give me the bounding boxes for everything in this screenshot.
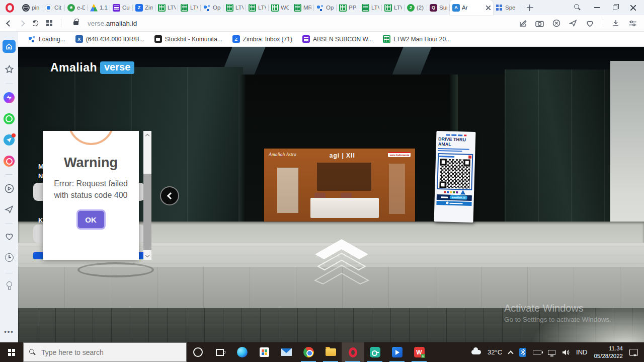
back-icon[interactable] [6,20,13,27]
browser-tab[interactable]: 1.1 [88,0,110,15]
browser-tab[interactable]: PP- [337,0,359,15]
taskbar-mail[interactable] [275,342,297,362]
tray-chevron-up-icon[interactable] [508,350,513,356]
browser-tab[interactable]: Ar [450,0,493,15]
drive-thru-banner[interactable]: DRIVE THRU AMAL amaliah.id [434,131,476,223]
weather-cloud-icon[interactable] [471,350,481,354]
tab-favicon [67,4,75,12]
taskbar-wps[interactable]: W [408,342,430,362]
browser-tab[interactable]: Zim [133,0,155,15]
bookmark-item[interactable]: Stockbit - Komunita... [154,35,222,43]
modal-scrollbar[interactable] [143,131,151,260]
new-tab-button[interactable] [523,0,536,15]
forward-icon[interactable] [19,20,25,27]
minimize-icon[interactable] [594,7,600,8]
amaliah-triangle-logo [460,190,465,195]
speaker-icon[interactable] [562,349,570,356]
bookmark-item[interactable]: Zimbra: Inbox (71) [232,35,292,43]
search-tabs-icon[interactable] [574,4,581,11]
tab-label: Spe [505,5,521,11]
browser-tab[interactable]: LTV [223,0,246,15]
sidebar-messenger-button[interactable] [0,92,18,103]
reload-icon[interactable] [32,20,38,26]
restore-icon[interactable] [613,6,617,10]
browser-tab[interactable]: pin [20,0,42,15]
action-center-icon[interactable] [629,349,638,356]
banner-contact-strip [436,201,471,206]
language-indicator[interactable]: IND [576,348,587,356]
browser-tab[interactable]: WC [269,0,291,15]
blocker-icon[interactable] [552,19,560,27]
taskbar-task-view[interactable] [209,342,231,362]
clock[interactable]: 11.34 05/28/2022 [594,345,623,359]
browser-tab[interactable]: Op [314,0,337,15]
opera-menu-icon[interactable] [6,3,14,13]
url-text[interactable]: verse.amaliah.id [88,20,137,27]
battery-icon[interactable] [533,350,541,354]
browser-tab[interactable]: LTV [359,0,382,15]
sidebar-news-button[interactable] [0,232,18,241]
sidebar-player-button[interactable] [0,184,18,193]
bluetooth-icon[interactable] [519,348,526,357]
taskbar-key-app[interactable] [364,342,386,362]
close-icon[interactable] [630,5,636,11]
browser-tab[interactable]: LTV [155,0,178,15]
taskbar-edge[interactable] [231,342,253,362]
bookmark-item[interactable]: Loading... [28,35,65,43]
taskbar-opera[interactable] [342,342,364,362]
share-edit-icon[interactable] [519,19,527,27]
browser-tab[interactable]: Sur [427,0,450,15]
webpage-viewport[interactable]: Amaliah Astra agi | XII satu Indonesia A… [18,47,644,342]
sidebar-telegram-button[interactable] [0,134,18,146]
browser-tab[interactable]: e-D [65,0,88,15]
my-flow-plane-icon[interactable] [569,19,577,27]
browser-tab[interactable]: MR [291,0,314,15]
search-input[interactable] [41,348,167,356]
temperature[interactable]: 32°C [488,348,502,356]
folder-icon [326,348,336,356]
modal-ok-button[interactable]: OK [76,209,106,230]
divider [6,224,13,224]
browser-tab[interactable]: (2) [405,0,427,15]
taskbar-store[interactable] [253,342,275,362]
browser-tab[interactable]: LTV [382,0,405,15]
taskbar-cortana[interactable] [187,342,209,362]
scene-forward-arrows[interactable] [308,235,375,285]
scrollbar-down-icon[interactable] [143,252,151,260]
sidebar-home-button[interactable] [0,40,18,53]
sidebar-bookmarks-button[interactable] [0,65,18,74]
taskbar-file-explorer[interactable] [319,342,342,362]
scrollbar-up-icon[interactable] [143,131,151,139]
browser-tab[interactable]: Cus [110,0,133,15]
lock-icon[interactable] [73,21,78,25]
sidebar-ideas-button[interactable] [0,281,18,287]
scrollbar-thumb[interactable] [143,174,151,250]
bookmarks-bar: Loading... (640.434.000 IDR/B... Stockbi… [18,32,644,47]
tab-close-icon[interactable] [486,6,491,10]
taskbar-search[interactable] [23,342,187,362]
bookmark-item[interactable]: (640.434.000 IDR/B... [75,35,144,43]
bookmark-item[interactable]: LTW2 Man Hour 20... [383,35,451,43]
downloads-icon[interactable] [612,19,620,27]
browser-tab[interactable]: Cit [42,0,65,15]
scene-back-button[interactable] [160,186,179,205]
tab-strip: pin Cit e-D 1.1 Cus [20,0,523,15]
sidebar-flow-button[interactable] [0,205,18,214]
bookmark-item[interactable]: ABSEN SUBCON W... [302,35,373,43]
sidebar-more-button[interactable]: ••• [0,328,18,335]
browser-tab[interactable]: Spe [493,0,523,15]
sidebar-whatsapp-button[interactable] [0,113,18,124]
network-icon[interactable] [548,350,555,355]
browser-tab[interactable]: Op [201,0,223,15]
browser-tab[interactable]: LTV [246,0,269,15]
start-button[interactable] [0,342,23,362]
sidebar-instagram-button[interactable] [0,156,18,167]
sidebar-history-button[interactable] [0,253,18,262]
easy-setup-sliders-icon[interactable] [628,20,637,27]
taskbar-chrome[interactable] [297,342,319,362]
browser-tab[interactable]: LTV [178,0,201,15]
tab-tiles-icon[interactable] [46,20,53,27]
bookmark-heart-icon[interactable] [586,20,594,27]
taskbar-movies-tv[interactable] [386,342,408,362]
snapshot-camera-icon[interactable] [535,20,544,27]
